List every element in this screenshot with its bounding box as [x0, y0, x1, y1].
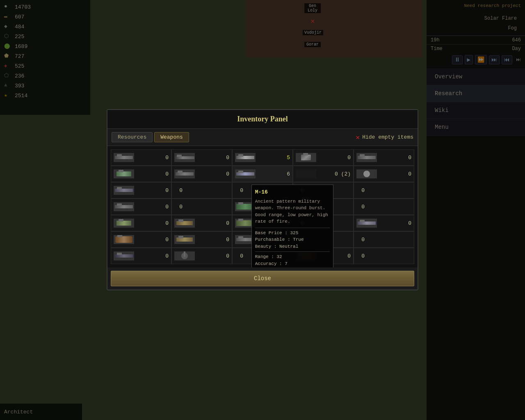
weapon-cell-r3c0[interactable]: 0 [111, 199, 171, 215]
weapon-count: 0 [356, 253, 365, 259]
weapon-count: 0 [174, 204, 183, 210]
weapon-cell-r2c1[interactable]: 0 [171, 182, 232, 199]
weapon-count: 0 [160, 171, 169, 177]
weapon-cell-r0c3[interactable]: 0 [293, 149, 354, 166]
weapon-tooltip: M-16 Ancient pattern military weapon. Th… [251, 185, 333, 267]
weapon-count: 0 [160, 187, 169, 194]
panel-tabs: Resources Weapons ✕ Hide empty items [107, 129, 418, 146]
weapon-cell-r1c4[interactable]: 0 [354, 166, 414, 182]
weapon-count: 0 [356, 204, 365, 210]
weapon-sprite [296, 169, 316, 178]
weapon-count: 0 [403, 171, 411, 177]
tab-weapons[interactable]: Weapons [154, 132, 189, 142]
gun-shape [176, 237, 193, 242]
weapon-sprite [356, 219, 377, 228]
weapon-cell-r1c3[interactable]: 0 (2) [293, 166, 354, 182]
weapon-sprite [174, 169, 195, 178]
weapon-cell-r5c0[interactable]: 0 [111, 231, 171, 248]
gun-shape [116, 221, 131, 226]
weapon-sprite [174, 251, 195, 260]
panel-header: Inventory Panel [107, 110, 418, 129]
weapon-count: 0 [160, 220, 169, 226]
weapons-grid: 0 0 5 0 0 [107, 146, 418, 267]
weapon-cell-r1c2-tooltip[interactable]: 6 M-16 Ancient pattern military weapon. … [232, 166, 293, 182]
gun-shape [116, 171, 131, 176]
weapon-cell-r4c4[interactable]: 0 [354, 215, 414, 231]
tooltip-divider1 [255, 228, 330, 228]
gun-shape [115, 205, 133, 208]
weapon-count: 0 [235, 253, 243, 259]
weapon-cell-r1c0[interactable]: 0 [111, 166, 171, 182]
weapon-count: 0 [356, 187, 365, 194]
tooltip-name: M-16 [255, 188, 330, 196]
gun-shape [176, 221, 193, 225]
weapon-count: 0 [221, 171, 229, 177]
weapon-cell-r2c4[interactable]: 0 [354, 182, 414, 199]
gun-shape [175, 156, 194, 159]
weapon-sprite [174, 219, 195, 228]
weapon-cell-r2c0[interactable]: 0 [111, 182, 171, 199]
tab-resources[interactable]: Resources [112, 132, 153, 142]
weapon-cell-r0c2[interactable]: 5 [232, 149, 293, 166]
weapon-sprite [356, 169, 377, 178]
weapon-sprite [114, 186, 134, 195]
weapon-cell-r4c0[interactable]: 0 [111, 215, 171, 231]
weapon-sprite [235, 169, 256, 178]
weapon-sprite [235, 153, 256, 162]
weapon-count: 0 [403, 155, 411, 161]
weapon-count: 0 [403, 220, 411, 226]
weapon-cell-r3c1[interactable]: 0 [171, 199, 232, 215]
weapon-sprite [114, 219, 134, 228]
weapon-cell-r1c1[interactable]: 0 [171, 166, 232, 182]
weapon-cell-r0c4[interactable]: 0 [354, 149, 414, 166]
gun-shape [115, 189, 133, 192]
weapon-sprite [114, 251, 134, 260]
tooltip-burst: Burst Shoot : 3 [255, 267, 330, 267]
tooltip-desc: Ancient pattern military weapon. Three-r… [255, 198, 330, 225]
gun-shape [236, 156, 254, 159]
weapon-sprite [114, 169, 134, 178]
gun-shape [115, 254, 133, 258]
hide-empty-icon: ✕ [356, 133, 360, 142]
weapon-sprite [114, 202, 134, 211]
weapon-count: 0 [174, 187, 183, 194]
turret-shape [178, 252, 191, 260]
weapon-count: 0 (2) [335, 171, 351, 177]
weapon-count: 0 [221, 155, 229, 161]
hide-empty-toggle[interactable]: ✕ Hide empty items [356, 133, 413, 142]
panel-title: Inventory Panel [237, 115, 288, 123]
weapon-cell-r6c0[interactable]: 0 [111, 248, 171, 264]
weapon-cell-r6c4[interactable]: 0 [354, 248, 414, 264]
modal-overlay: Inventory Panel Resources Weapons ✕ Hide… [0, 0, 525, 420]
weapon-cell-r3c4[interactable]: 0 [354, 199, 414, 215]
weapon-count: 0 [221, 253, 229, 259]
gun-shape [115, 236, 132, 243]
weapon-sprite [114, 153, 134, 162]
weapon-sprite [174, 153, 195, 162]
weapon-count: 0 [235, 187, 243, 194]
turret-barrel [184, 251, 185, 257]
gun-shape [301, 155, 311, 160]
close-button[interactable]: Close [111, 271, 414, 286]
weapon-count: 0 [221, 237, 229, 243]
weapon-sprite [296, 153, 316, 162]
weapon-count: 0 [342, 253, 351, 259]
weapon-count: 0 [160, 253, 169, 259]
weapon-sprite [174, 235, 195, 244]
tooltip-beauty: Beauty : Neutral [255, 243, 330, 250]
weapon-count: 0 [356, 237, 365, 243]
weapon-cell-r0c0[interactable]: 0 [111, 149, 171, 166]
gun-shape [236, 172, 254, 176]
sphere-shape [363, 171, 370, 177]
inventory-panel: Inventory Panel Resources Weapons ✕ Hide… [107, 109, 418, 290]
tooltip-base-price: Base Price : 325 [255, 230, 330, 237]
weapon-cell-r4c1[interactable]: 0 [171, 215, 232, 231]
weapon-cell-r6c1[interactable]: 0 [171, 248, 232, 264]
weapon-cell-r5c1[interactable]: 0 [171, 231, 232, 248]
weapon-count: 6 [282, 171, 290, 177]
weapon-cell-r5c4[interactable]: 0 [354, 231, 414, 248]
gun-shape [115, 156, 133, 159]
weapon-count: 0 [221, 220, 229, 226]
tooltip-purchasable: Purchasable : True [255, 236, 330, 243]
weapon-cell-r0c1[interactable]: 0 [171, 149, 232, 166]
